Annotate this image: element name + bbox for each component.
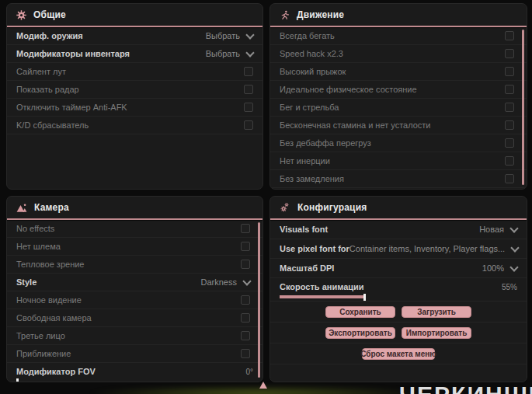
setting-label: Модиф. оружия xyxy=(16,31,83,40)
dropdown-value: Выбрать xyxy=(206,49,240,58)
setting-row: Третье лицо xyxy=(7,327,263,345)
dropdown-value: Новая xyxy=(479,225,504,234)
dropdown-value: 100% xyxy=(482,263,504,273)
setting-row: Speed hack x2.3 xyxy=(270,45,527,63)
checkbox[interactable] xyxy=(505,156,514,166)
setting-row: Нет инерции xyxy=(270,152,527,170)
checkbox[interactable] xyxy=(241,331,250,340)
panel-general-header: Общие xyxy=(7,4,263,26)
setting-label: Модификаторы инвентаря xyxy=(16,49,130,58)
inventory-mod-dropdown[interactable]: Выбрать xyxy=(206,49,253,58)
slider-handle[interactable] xyxy=(16,378,19,382)
chevron-down-icon xyxy=(245,30,254,39)
checkbox[interactable] xyxy=(505,67,514,76)
button-row: Сброс макета меню xyxy=(270,343,527,364)
setting-label: Свободная камера xyxy=(16,313,92,323)
setting-row: Без дебаффа перегруз xyxy=(270,134,527,152)
setting-row: Модиф. оружия Выбрать xyxy=(7,27,263,45)
landscape-image-icon xyxy=(16,203,27,213)
setting-label: Бесконечная стамина и нет усталости xyxy=(280,120,431,130)
setting-row: Visuals font Новая xyxy=(270,220,527,239)
panel-title: Общие xyxy=(33,9,66,20)
panel-config-header: Конфигурация xyxy=(270,197,527,218)
save-button[interactable]: Сохранить xyxy=(325,306,395,318)
setting-label: Speed hack x2.3 xyxy=(280,49,343,58)
dpi-scale-dropdown[interactable]: 100% xyxy=(482,263,517,273)
animation-speed-slider[interactable] xyxy=(280,294,517,301)
setting-label: Бег и стрельба xyxy=(280,103,339,112)
game-background-glow xyxy=(85,385,427,394)
fov-modifier-row: Модификатор FOV 0° xyxy=(7,363,263,382)
pixel-font-dropdown[interactable]: Container items, Inventory, Player flags… xyxy=(349,244,518,253)
setting-label: No effects xyxy=(16,224,54,233)
setting-label: Без замедления xyxy=(280,174,344,183)
chevron-down-icon xyxy=(509,224,518,232)
checkbox[interactable] xyxy=(505,31,514,40)
watermark-text: ЧЕРКИНШЕ xyxy=(399,382,532,394)
checkbox[interactable] xyxy=(505,85,514,94)
scrollbar[interactable] xyxy=(258,222,260,378)
chevron-down-icon xyxy=(509,263,518,271)
checkbox[interactable] xyxy=(505,174,514,183)
panel-title: Конфигурация xyxy=(297,202,367,213)
fov-value: 0° xyxy=(245,368,253,376)
setting-row: Модификаторы инвентаря Выбрать xyxy=(7,45,263,63)
slider-fill xyxy=(280,295,365,298)
checkbox[interactable] xyxy=(241,260,250,269)
setting-row: Use pixel font for Container items, Inve… xyxy=(270,239,527,259)
setting-label: Всегда бегать xyxy=(280,31,335,40)
panel-camera-header: Камера xyxy=(7,197,263,218)
checkbox[interactable] xyxy=(241,295,250,305)
checkbox[interactable] xyxy=(241,242,250,251)
mouse-cursor xyxy=(259,382,267,389)
checkbox[interactable] xyxy=(244,67,253,76)
checkbox[interactable] xyxy=(505,49,514,58)
visuals-font-dropdown[interactable]: Новая xyxy=(479,225,517,234)
panel-config: Конфигурация Visuals font Новая Use pixe… xyxy=(269,196,527,382)
setting-label: Style xyxy=(16,277,37,287)
checkbox[interactable] xyxy=(241,349,250,358)
double-gear-icon xyxy=(280,202,290,213)
chevron-down-icon xyxy=(245,48,254,57)
setting-label: Высокий прыжок xyxy=(280,67,346,76)
weapon-mod-dropdown[interactable]: Выбрать xyxy=(206,31,253,40)
reset-menu-layout-button[interactable]: Сброс макета меню xyxy=(362,348,435,360)
setting-label: Нет инерции xyxy=(280,156,330,166)
setting-row: Показать радар xyxy=(7,81,263,99)
scrollbar[interactable] xyxy=(522,30,524,185)
setting-row: Свободная камера xyxy=(7,309,263,327)
panel-movement: Движение Всегда бегать Speed hack x2.3 В… xyxy=(269,3,527,190)
checkbox[interactable] xyxy=(505,103,514,112)
panel-camera: Камера No effects Нет шлема Тепловое зре… xyxy=(6,196,263,382)
checkbox[interactable] xyxy=(241,224,250,233)
setting-row: Всегда бегать xyxy=(270,27,527,45)
checkbox[interactable] xyxy=(505,138,514,148)
dropdown-value: Darkness xyxy=(201,277,237,287)
panel-title: Камера xyxy=(34,202,69,213)
setting-row: Ночное видение xyxy=(7,291,263,309)
setting-label: Показать радар xyxy=(16,85,79,94)
button-row: Сохранить Загрузить xyxy=(270,302,527,323)
load-button[interactable]: Загрузить xyxy=(402,306,471,318)
export-button[interactable]: Экспортировать xyxy=(325,327,395,339)
checkbox[interactable] xyxy=(505,120,514,130)
style-dropdown[interactable]: Darkness xyxy=(201,277,250,287)
setting-label: Без дебаффа перегруз xyxy=(280,138,371,148)
setting-label: Тепловое зрение xyxy=(16,260,84,269)
checkbox[interactable] xyxy=(241,313,250,323)
slider-handle[interactable] xyxy=(363,294,366,301)
empty-row xyxy=(270,364,527,382)
import-button[interactable]: Импортировать xyxy=(402,327,471,339)
checkbox[interactable] xyxy=(244,85,253,94)
panel-movement-header: Движение xyxy=(270,4,527,26)
setting-row: No effects xyxy=(7,220,263,238)
setting-row: Бесконечная стамина и нет усталости xyxy=(270,117,527,134)
setting-label: Use pixel font for xyxy=(280,244,349,253)
setting-label: Модификатор FOV xyxy=(16,367,96,376)
checkbox[interactable] xyxy=(244,103,253,112)
fov-slider[interactable] xyxy=(16,378,253,382)
animation-speed-row: Скорость анимации 55% xyxy=(270,278,527,302)
checkbox[interactable] xyxy=(244,120,253,130)
setting-row: Масштаб DPI 100% xyxy=(270,259,527,278)
dropdown-value: Выбрать xyxy=(206,31,240,40)
